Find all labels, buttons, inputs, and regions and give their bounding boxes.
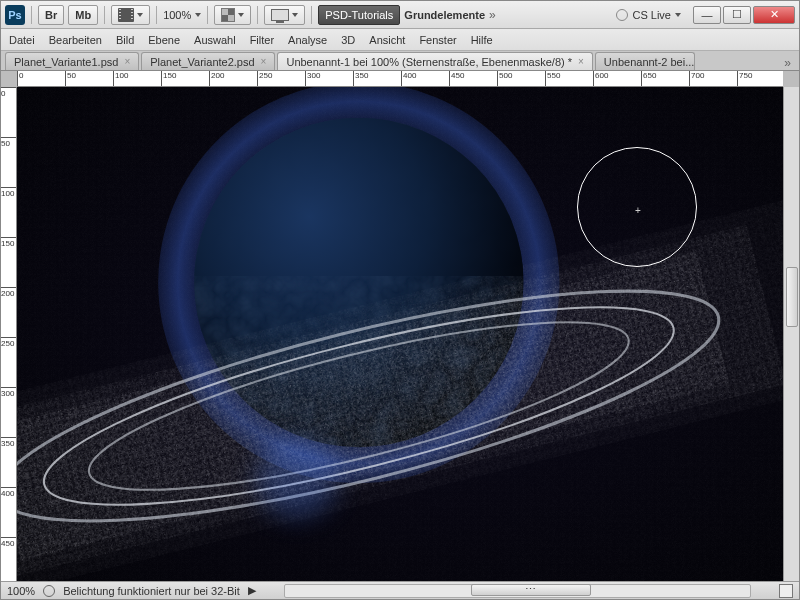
bridge-button[interactable]: Br: [38, 5, 64, 25]
screenmode-button[interactable]: [264, 5, 305, 25]
corner-handle[interactable]: [779, 584, 793, 598]
status-icon[interactable]: [43, 585, 55, 597]
minimize-button[interactable]: —: [693, 6, 721, 24]
scroll-thumb[interactable]: [786, 267, 798, 327]
scrollbar-horizontal[interactable]: ⋯: [284, 584, 751, 598]
app-window: Ps Br Mb 100% PSD-Tutorials Grundelement…: [0, 0, 800, 600]
menu-analyse[interactable]: Analyse: [288, 34, 327, 46]
status-text: Belichtung funktioniert nur bei 32-Bit: [63, 585, 240, 597]
workspace: 0501001502002503003504004505005506006507…: [1, 71, 799, 599]
canvas[interactable]: +: [17, 87, 783, 581]
menu-3d[interactable]: 3D: [341, 34, 355, 46]
tab-overflow-button[interactable]: »: [778, 56, 795, 70]
photoshop-icon: Ps: [5, 5, 25, 25]
chevron-right-icon[interactable]: »: [489, 8, 494, 22]
document-tabbar: Planet_Variante1.psd× Planet_Variante2.p…: [1, 51, 799, 71]
cslive-button[interactable]: CS Live: [608, 9, 689, 21]
tab-doc4[interactable]: Unbenannt-2 bei...: [595, 52, 695, 70]
menu-fenster[interactable]: Fenster: [419, 34, 456, 46]
tab-doc3[interactable]: Unbenannt-1 bei 100% (Sternenstraße, Ebe…: [277, 52, 592, 70]
titlebar: Ps Br Mb 100% PSD-Tutorials Grundelement…: [1, 1, 799, 29]
ruler-horizontal[interactable]: 0501001502002503003504004505005506006507…: [17, 71, 783, 87]
arrange-button[interactable]: [214, 5, 251, 25]
status-zoom[interactable]: 100%: [7, 585, 35, 597]
svg-point-12: [256, 437, 338, 519]
menu-ebene[interactable]: Ebene: [148, 34, 180, 46]
menu-hilfe[interactable]: Hilfe: [471, 34, 493, 46]
tab-doc1[interactable]: Planet_Variante1.psd×: [5, 52, 139, 70]
menu-bild[interactable]: Bild: [116, 34, 134, 46]
menu-bearbeiten[interactable]: Bearbeiten: [49, 34, 102, 46]
menubar: Datei Bearbeiten Bild Ebene Auswahl Filt…: [1, 29, 799, 51]
screen-icon: [271, 9, 289, 21]
menu-ansicht[interactable]: Ansicht: [369, 34, 405, 46]
zoom-level[interactable]: 100%: [163, 9, 191, 21]
close-icon[interactable]: ×: [124, 56, 130, 67]
close-icon[interactable]: ×: [261, 56, 267, 67]
scroll-thumb[interactable]: ⋯: [471, 584, 591, 596]
menu-filter[interactable]: Filter: [250, 34, 274, 46]
workspace-label[interactable]: Grundelemente: [404, 9, 485, 21]
workspace-button[interactable]: PSD-Tutorials: [318, 5, 400, 25]
film-icon: [118, 8, 134, 22]
tab-doc2[interactable]: Planet_Variante2.psd×: [141, 52, 275, 70]
cslive-icon: [616, 9, 628, 21]
close-button[interactable]: ✕: [753, 6, 795, 24]
statusbar: 100% Belichtung funktioniert nur bei 32-…: [1, 581, 799, 599]
menu-auswahl[interactable]: Auswahl: [194, 34, 236, 46]
grid-icon: [221, 8, 235, 22]
ruler-vertical[interactable]: 050100150200250300350400450: [1, 87, 17, 581]
minibridge-button[interactable]: Mb: [68, 5, 98, 25]
scrollbar-vertical[interactable]: [783, 87, 799, 581]
close-icon[interactable]: ×: [578, 56, 584, 67]
chevron-right-icon[interactable]: ▶: [248, 584, 256, 597]
menu-datei[interactable]: Datei: [9, 34, 35, 46]
maximize-button[interactable]: ☐: [723, 6, 751, 24]
clip-button[interactable]: [111, 5, 150, 25]
